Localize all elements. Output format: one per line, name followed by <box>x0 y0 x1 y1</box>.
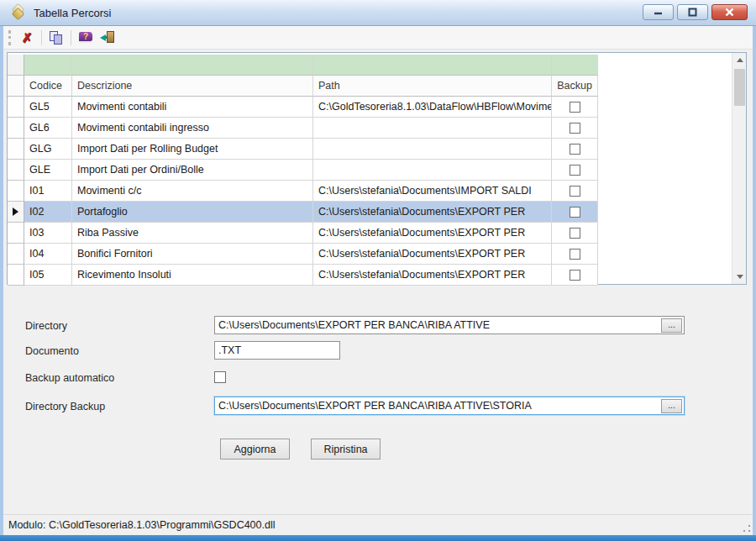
backup-checkbox[interactable] <box>570 270 580 281</box>
cell-descrizione: Portafoglio <box>72 202 313 223</box>
copy-button[interactable] <box>45 29 67 47</box>
cell-codice: I03 <box>24 223 72 244</box>
backup-checkbox[interactable] <box>570 144 580 155</box>
cell-path: C:\Users\stefania\Documents\EXPORT PER <box>313 223 552 244</box>
row-header[interactable] <box>8 139 24 160</box>
close-button[interactable] <box>711 4 748 20</box>
documento-label: Documento <box>25 345 79 357</box>
table-row[interactable]: GLG Import Dati per Rolling Budget <box>8 139 598 160</box>
table-row[interactable]: I05 Ricevimento Insoluti C:\Users\stefan… <box>8 265 598 286</box>
row-header[interactable] <box>8 181 24 202</box>
delete-record-button[interactable]: ✗ <box>16 29 38 47</box>
maximize-button[interactable] <box>677 4 708 20</box>
documento-input[interactable] <box>215 342 339 359</box>
client-area: ✗ ? <box>3 26 753 535</box>
paths-table: Codice Descrizione Path Backup GL5 Movim… <box>7 52 747 285</box>
close-icon <box>725 8 734 17</box>
toolbar-grip[interactable] <box>8 30 11 45</box>
row-header[interactable] <box>8 223 24 244</box>
window-bottom-border <box>0 535 756 541</box>
app-logo-diamond-icon <box>10 5 27 20</box>
directory-backup-browse-button[interactable]: ... <box>661 399 682 413</box>
filter-cell-path[interactable] <box>313 55 552 76</box>
scroll-down-button[interactable] <box>732 270 747 284</box>
cell-codice: GL5 <box>24 97 72 118</box>
table-row-selected[interactable]: I02 Portafoglio C:\Users\stefania\Docume… <box>8 202 598 223</box>
row-header[interactable] <box>8 244 24 265</box>
cell-backup <box>552 202 598 223</box>
backup-checkbox[interactable] <box>570 186 580 197</box>
cell-descrizione: Ricevimento Insoluti <box>72 265 313 286</box>
column-header-descrizione[interactable]: Descrizione <box>72 76 313 97</box>
directory-backup-fieldbox: ... <box>214 397 685 415</box>
cell-path <box>313 139 552 160</box>
cell-path: C:\Users\stefania\Documents\EXPORT PER <box>313 202 552 223</box>
cell-codice: I01 <box>24 181 72 202</box>
backup-checkbox[interactable] <box>570 228 580 239</box>
cell-backup <box>552 139 598 160</box>
table-row[interactable]: GLE Import Dati per Ordini/Bolle <box>8 160 598 181</box>
cell-codice: GLG <box>24 139 72 160</box>
corner-header <box>8 76 24 97</box>
cell-backup <box>552 97 598 118</box>
vertical-scrollbar[interactable] <box>732 53 746 284</box>
cell-descrizione: Riba Passive <box>72 223 313 244</box>
row-header[interactable] <box>8 160 24 181</box>
scrollbar-thumb[interactable] <box>734 69 745 106</box>
cell-descrizione: Import Dati per Rolling Budget <box>72 139 313 160</box>
table-row[interactable]: I01 Movimenti c/c C:\Users\stefania\Docu… <box>8 181 598 202</box>
filter-cell-codice[interactable] <box>24 55 72 76</box>
ripristina-button[interactable]: Ripristina <box>311 439 381 460</box>
copy-icon <box>50 31 63 45</box>
exit-button[interactable] <box>97 29 118 47</box>
minimize-icon <box>654 8 663 16</box>
titlebar: Tabella Percorsi <box>0 0 756 26</box>
table-row[interactable]: I04 Bonifici Fornitori C:\Users\stefania… <box>8 244 598 265</box>
backup-automatico-checkbox[interactable] <box>214 371 226 383</box>
help-button[interactable]: ? <box>75 29 97 47</box>
minimize-button[interactable] <box>643 4 674 20</box>
cell-descrizione: Movimenti contabili <box>72 97 313 118</box>
cell-path <box>313 160 552 181</box>
row-header[interactable] <box>8 265 24 286</box>
column-header-backup[interactable]: Backup <box>552 76 598 97</box>
directory-browse-button[interactable]: ... <box>661 318 682 333</box>
cell-codice: GLE <box>24 160 72 181</box>
directory-backup-label: Directory Backup <box>25 401 105 412</box>
backup-checkbox[interactable] <box>570 207 580 218</box>
resize-grip[interactable] <box>743 524 751 533</box>
delete-icon: ✗ <box>22 31 33 44</box>
backup-checkbox[interactable] <box>570 123 580 134</box>
directory-input[interactable] <box>215 318 661 333</box>
cell-descrizione: Movimenti contabili ingresso <box>72 118 313 139</box>
cell-path: C:\Users\stefania\Documents\IMPORT SALDI <box>313 181 552 202</box>
header-row: Codice Descrizione Path Backup <box>8 76 598 97</box>
backup-checkbox[interactable] <box>570 249 580 260</box>
scroll-up-button[interactable] <box>732 53 747 67</box>
aggiorna-button[interactable]: Aggiorna <box>220 439 290 460</box>
row-header[interactable] <box>8 118 24 139</box>
cell-codice: I04 <box>24 244 72 265</box>
filter-cell-backup[interactable] <box>552 55 598 76</box>
app-window: Tabella Percorsi ✗ <box>0 0 756 541</box>
cell-path <box>313 118 552 139</box>
column-header-path[interactable]: Path <box>313 76 552 97</box>
cell-backup <box>552 118 598 139</box>
backup-checkbox[interactable] <box>570 165 580 176</box>
cell-backup <box>552 181 598 202</box>
table-row[interactable]: GL5 Movimenti contabili C:\GoldTesoreria… <box>8 97 598 118</box>
filter-cell-descrizione[interactable] <box>72 55 313 76</box>
column-header-codice[interactable]: Codice <box>24 76 72 97</box>
directory-backup-input[interactable] <box>215 398 661 413</box>
table-row[interactable]: I03 Riba Passive C:\Users\stefania\Docum… <box>8 223 598 244</box>
cell-codice: I05 <box>24 265 72 286</box>
cell-descrizione: Bonifici Fornitori <box>72 244 313 265</box>
chevron-down-icon <box>737 275 743 279</box>
table-row[interactable]: GL6 Movimenti contabili ingresso <box>8 118 598 139</box>
backup-checkbox[interactable] <box>570 102 580 113</box>
cell-backup <box>552 223 598 244</box>
documento-fieldbox <box>214 341 340 360</box>
row-header[interactable] <box>8 202 24 223</box>
filter-row <box>8 55 598 76</box>
row-header[interactable] <box>8 97 24 118</box>
